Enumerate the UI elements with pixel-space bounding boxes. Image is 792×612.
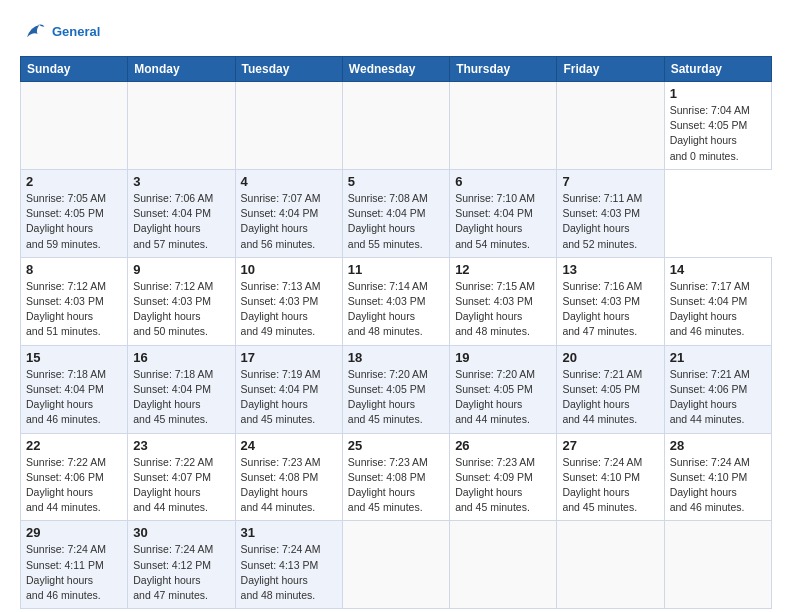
- day-number: 9: [133, 262, 229, 277]
- calendar-table: SundayMondayTuesdayWednesdayThursdayFrid…: [20, 56, 772, 609]
- day-number: 19: [455, 350, 551, 365]
- empty-cell: [21, 82, 128, 170]
- day-number: 13: [562, 262, 658, 277]
- calendar-week-row: 29 Sunrise: 7:24 AMSunset: 4:11 PMDaylig…: [21, 521, 772, 609]
- day-number: 30: [133, 525, 229, 540]
- calendar-day: 12 Sunrise: 7:15 AMSunset: 4:03 PMDaylig…: [450, 257, 557, 345]
- day-detail: Sunrise: 7:11 AMSunset: 4:03 PMDaylight …: [562, 191, 658, 252]
- calendar-week-row: 8 Sunrise: 7:12 AMSunset: 4:03 PMDayligh…: [21, 257, 772, 345]
- day-detail: Sunrise: 7:06 AMSunset: 4:04 PMDaylight …: [133, 191, 229, 252]
- day-number: 20: [562, 350, 658, 365]
- day-detail: Sunrise: 7:23 AMSunset: 4:08 PMDaylight …: [241, 455, 337, 516]
- day-number: 24: [241, 438, 337, 453]
- logo-text: General: [52, 24, 100, 40]
- empty-cell: [128, 82, 235, 170]
- calendar-day: 28 Sunrise: 7:24 AMSunset: 4:10 PMDaylig…: [664, 433, 771, 521]
- day-number: 17: [241, 350, 337, 365]
- calendar-day: 3 Sunrise: 7:06 AMSunset: 4:04 PMDayligh…: [128, 169, 235, 257]
- day-detail: Sunrise: 7:23 AMSunset: 4:09 PMDaylight …: [455, 455, 551, 516]
- calendar-week-row: 22 Sunrise: 7:22 AMSunset: 4:06 PMDaylig…: [21, 433, 772, 521]
- day-of-week-header: Friday: [557, 57, 664, 82]
- day-detail: Sunrise: 7:24 AMSunset: 4:13 PMDaylight …: [241, 542, 337, 603]
- day-number: 11: [348, 262, 444, 277]
- day-of-week-header: Saturday: [664, 57, 771, 82]
- day-number: 28: [670, 438, 766, 453]
- day-of-week-header: Thursday: [450, 57, 557, 82]
- empty-cell: [235, 82, 342, 170]
- day-number: 14: [670, 262, 766, 277]
- day-detail: Sunrise: 7:22 AMSunset: 4:07 PMDaylight …: [133, 455, 229, 516]
- day-detail: Sunrise: 7:18 AMSunset: 4:04 PMDaylight …: [133, 367, 229, 428]
- calendar-week-row: 2 Sunrise: 7:05 AMSunset: 4:05 PMDayligh…: [21, 169, 772, 257]
- calendar-day: 5 Sunrise: 7:08 AMSunset: 4:04 PMDayligh…: [342, 169, 449, 257]
- day-detail: Sunrise: 7:07 AMSunset: 4:04 PMDaylight …: [241, 191, 337, 252]
- day-detail: Sunrise: 7:20 AMSunset: 4:05 PMDaylight …: [455, 367, 551, 428]
- day-number: 26: [455, 438, 551, 453]
- calendar-day: 6 Sunrise: 7:10 AMSunset: 4:04 PMDayligh…: [450, 169, 557, 257]
- day-number: 12: [455, 262, 551, 277]
- calendar-day: 18 Sunrise: 7:20 AMSunset: 4:05 PMDaylig…: [342, 345, 449, 433]
- calendar-day: 2 Sunrise: 7:05 AMSunset: 4:05 PMDayligh…: [21, 169, 128, 257]
- calendar-day: 10 Sunrise: 7:13 AMSunset: 4:03 PMDaylig…: [235, 257, 342, 345]
- calendar-day: 9 Sunrise: 7:12 AMSunset: 4:03 PMDayligh…: [128, 257, 235, 345]
- calendar-day: 11 Sunrise: 7:14 AMSunset: 4:03 PMDaylig…: [342, 257, 449, 345]
- day-detail: Sunrise: 7:15 AMSunset: 4:03 PMDaylight …: [455, 279, 551, 340]
- day-detail: Sunrise: 7:22 AMSunset: 4:06 PMDaylight …: [26, 455, 122, 516]
- calendar-header-row: SundayMondayTuesdayWednesdayThursdayFrid…: [21, 57, 772, 82]
- day-detail: Sunrise: 7:14 AMSunset: 4:03 PMDaylight …: [348, 279, 444, 340]
- day-detail: Sunrise: 7:24 AMSunset: 4:12 PMDaylight …: [133, 542, 229, 603]
- day-detail: Sunrise: 7:20 AMSunset: 4:05 PMDaylight …: [348, 367, 444, 428]
- day-detail: Sunrise: 7:19 AMSunset: 4:04 PMDaylight …: [241, 367, 337, 428]
- empty-cell: [450, 82, 557, 170]
- calendar-week-row: 1 Sunrise: 7:04 AMSunset: 4:05 PMDayligh…: [21, 82, 772, 170]
- calendar-day: 22 Sunrise: 7:22 AMSunset: 4:06 PMDaylig…: [21, 433, 128, 521]
- day-number: 10: [241, 262, 337, 277]
- day-number: 3: [133, 174, 229, 189]
- day-of-week-header: Monday: [128, 57, 235, 82]
- day-number: 31: [241, 525, 337, 540]
- empty-cell: [342, 82, 449, 170]
- day-number: 29: [26, 525, 122, 540]
- day-number: 4: [241, 174, 337, 189]
- day-number: 15: [26, 350, 122, 365]
- day-of-week-header: Wednesday: [342, 57, 449, 82]
- calendar-day: 27 Sunrise: 7:24 AMSunset: 4:10 PMDaylig…: [557, 433, 664, 521]
- calendar-day: 24 Sunrise: 7:23 AMSunset: 4:08 PMDaylig…: [235, 433, 342, 521]
- day-detail: Sunrise: 7:16 AMSunset: 4:03 PMDaylight …: [562, 279, 658, 340]
- day-number: 6: [455, 174, 551, 189]
- day-number: 21: [670, 350, 766, 365]
- day-detail: Sunrise: 7:24 AMSunset: 4:10 PMDaylight …: [670, 455, 766, 516]
- calendar-day: 13 Sunrise: 7:16 AMSunset: 4:03 PMDaylig…: [557, 257, 664, 345]
- calendar-day: 31 Sunrise: 7:24 AMSunset: 4:13 PMDaylig…: [235, 521, 342, 609]
- day-number: 2: [26, 174, 122, 189]
- calendar-day: 29 Sunrise: 7:24 AMSunset: 4:11 PMDaylig…: [21, 521, 128, 609]
- empty-cell: [557, 521, 664, 609]
- logo-line1: General: [52, 24, 100, 39]
- calendar-day: 19 Sunrise: 7:20 AMSunset: 4:05 PMDaylig…: [450, 345, 557, 433]
- day-number: 8: [26, 262, 122, 277]
- day-number: 22: [26, 438, 122, 453]
- calendar-day: 17 Sunrise: 7:19 AMSunset: 4:04 PMDaylig…: [235, 345, 342, 433]
- calendar-day: 30 Sunrise: 7:24 AMSunset: 4:12 PMDaylig…: [128, 521, 235, 609]
- day-number: 27: [562, 438, 658, 453]
- day-of-week-header: Sunday: [21, 57, 128, 82]
- header: General: [20, 18, 772, 46]
- day-detail: Sunrise: 7:21 AMSunset: 4:05 PMDaylight …: [562, 367, 658, 428]
- calendar-day: 15 Sunrise: 7:18 AMSunset: 4:04 PMDaylig…: [21, 345, 128, 433]
- logo-icon: [20, 18, 48, 46]
- calendar-day: 4 Sunrise: 7:07 AMSunset: 4:04 PMDayligh…: [235, 169, 342, 257]
- day-detail: Sunrise: 7:21 AMSunset: 4:06 PMDaylight …: [670, 367, 766, 428]
- day-number: 16: [133, 350, 229, 365]
- day-detail: Sunrise: 7:23 AMSunset: 4:08 PMDaylight …: [348, 455, 444, 516]
- calendar-day: 21 Sunrise: 7:21 AMSunset: 4:06 PMDaylig…: [664, 345, 771, 433]
- day-number: 25: [348, 438, 444, 453]
- calendar-day: 8 Sunrise: 7:12 AMSunset: 4:03 PMDayligh…: [21, 257, 128, 345]
- day-detail: Sunrise: 7:12 AMSunset: 4:03 PMDaylight …: [133, 279, 229, 340]
- calendar-day: 7 Sunrise: 7:11 AMSunset: 4:03 PMDayligh…: [557, 169, 664, 257]
- empty-cell: [557, 82, 664, 170]
- day-number: 7: [562, 174, 658, 189]
- day-detail: Sunrise: 7:24 AMSunset: 4:11 PMDaylight …: [26, 542, 122, 603]
- empty-cell: [342, 521, 449, 609]
- day-detail: Sunrise: 7:18 AMSunset: 4:04 PMDaylight …: [26, 367, 122, 428]
- day-number: 1: [670, 86, 766, 101]
